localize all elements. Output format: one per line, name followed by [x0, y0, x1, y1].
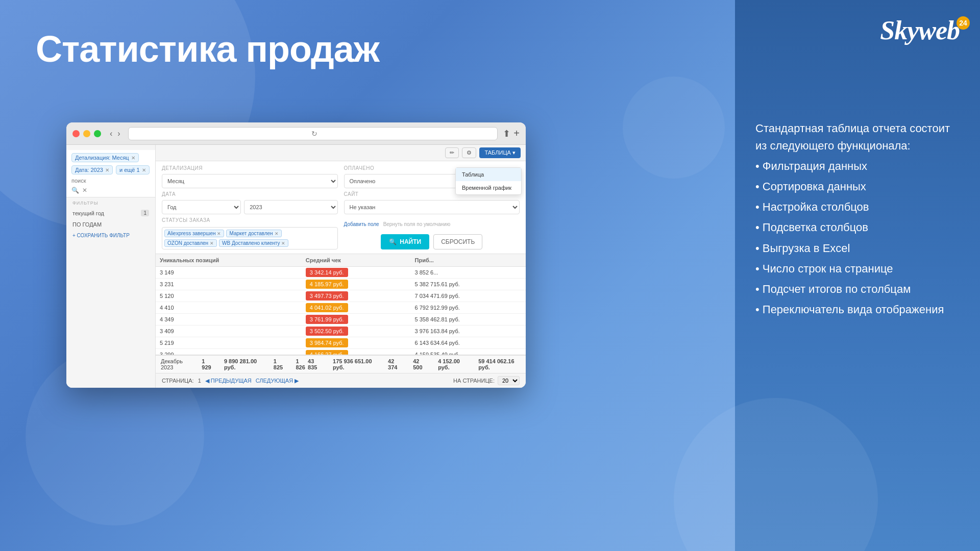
remove-filter-date[interactable]: ✕	[105, 167, 109, 173]
search-icon[interactable]: 🔍	[71, 187, 79, 194]
app-content: Детализация: Месяц ✕ Дата: 2023 ✕ и ещё …	[66, 145, 526, 388]
settings-button[interactable]: ⚙	[462, 147, 476, 158]
avg-check-value: 4 166.27 руб.	[306, 350, 348, 355]
tag-market-label: Маркет доставлен	[229, 231, 273, 236]
cell-profit: 6 792 912.99 руб.	[411, 302, 526, 314]
col-profit[interactable]: Приб...	[411, 254, 526, 267]
forward-button[interactable]: ›	[115, 128, 122, 139]
share-button[interactable]: ⬆	[503, 128, 510, 139]
date-row: Год 2023	[162, 200, 338, 214]
form-buttons: 🔍 НАЙТИ СБРОСИТЬ	[344, 234, 520, 249]
footer-total-avg: 4 152.00 руб.	[438, 358, 468, 370]
per-page-select[interactable]: 20	[498, 376, 520, 385]
avg-check-value: 3 984.74 руб.	[306, 338, 348, 347]
new-tab-button[interactable]: +	[513, 128, 520, 139]
traffic-lights	[72, 130, 101, 137]
tag-wb[interactable]: WB Доставлено клиенту ✕	[219, 239, 288, 247]
filter-chip-more[interactable]: и ещё 1 ✕	[116, 165, 150, 174]
avg-check-value: 4 041.02 руб.	[306, 303, 348, 312]
table-view-button[interactable]: ТАБЛИЦА ▾	[479, 147, 521, 158]
tag-market[interactable]: Маркет доставлен ✕	[226, 230, 281, 237]
logo-badge: 24	[957, 16, 970, 30]
filter-chip-detalization[interactable]: Детализация: Месяц ✕	[71, 153, 139, 162]
status-tags-container: Aliexpress завершен ✕ Маркет доставлен ✕…	[162, 227, 338, 249]
sidebar-item-current-year[interactable]: текущий год 1	[66, 207, 155, 219]
cell-avg-check: 3 761.99 руб.	[302, 314, 411, 325]
chart-option-label: Временной график	[462, 185, 511, 191]
search-button[interactable]: 🔍 НАЙТИ	[381, 234, 429, 249]
edit-button[interactable]: ✏	[445, 147, 459, 158]
remove-tag-aliexpress[interactable]: ✕	[217, 231, 221, 236]
remove-tag-market[interactable]: ✕	[275, 231, 279, 236]
save-filter-button[interactable]: + СОХРАНИТЬ ФИЛЬТР	[66, 230, 155, 241]
feature-2: • Сортировка данных	[755, 178, 960, 195]
cell-positions: 3 149	[156, 267, 302, 279]
table-row: 3 2994 166.27 руб.4 159 535.49 руб.	[156, 349, 526, 355]
tag-aliexpress[interactable]: Aliexpress завершен ✕	[164, 230, 224, 237]
gear-icon: ⚙	[467, 149, 472, 156]
data-table: Уникальных позиций Средний чек Приб... 3…	[156, 254, 526, 355]
main-area: ✏ ⚙ ТАБЛИЦА ▾ Таблица Временной график	[156, 145, 526, 388]
year-value-select[interactable]: 2023	[244, 200, 337, 214]
cell-avg-check: 4 185.97 руб.	[302, 279, 411, 290]
remove-tag-wb[interactable]: ✕	[281, 241, 285, 246]
cell-avg-check: 3 497.73 руб.	[302, 290, 411, 302]
feature-5: • Выгрузка в Excel	[755, 240, 960, 257]
dropdown-table-option[interactable]: Таблица	[456, 168, 521, 181]
avg-check-value: 4 185.97 руб.	[306, 280, 348, 289]
remove-filter-more[interactable]: ✕	[142, 167, 146, 173]
dropdown-chart-option[interactable]: Временной график	[456, 181, 521, 194]
maximize-button[interactable]	[94, 130, 101, 137]
cell-profit: 7 034 471.69 руб.	[411, 290, 526, 302]
cell-profit: 6 143 634.64 руб.	[411, 337, 526, 349]
table-row: 3 2314 185.97 руб.5 382 715.61 руб.	[156, 279, 526, 290]
table-row: 5 2193 984.74 руб.6 143 634.64 руб.	[156, 337, 526, 349]
search-btn-icon: 🔍	[389, 238, 397, 245]
table-row: 5 1203 497.73 руб.7 034 471.69 руб.	[156, 290, 526, 302]
cell-positions: 5 120	[156, 290, 302, 302]
cell-profit: 3 852 6...	[411, 267, 526, 279]
table-row: 3 4093 502.50 руб.3 976 163.84 руб.	[156, 325, 526, 337]
tag-aliexpress-label: Aliexpress завершен	[167, 231, 215, 236]
per-page-selector: НА СТРАНИЦЕ: 20	[453, 376, 520, 385]
feature-7: • Подсчет итогов по столбцам	[755, 281, 960, 298]
minimize-button[interactable]	[83, 130, 90, 137]
footer-total-v4: 42 500	[413, 358, 428, 370]
prev-page-button[interactable]: ◀ ПРЕДЫДУЩАЯ	[205, 378, 252, 384]
footer-total-v3: 42 374	[388, 358, 403, 370]
col-avg-check[interactable]: Средний чек	[302, 254, 411, 267]
table-row: 4 3493 761.99 руб.5 358 462.81 руб.	[156, 314, 526, 325]
per-page-label: НА СТРАНИЦЕ:	[453, 378, 495, 384]
toolbar: ✏ ⚙ ТАБЛИЦА ▾ Таблица Временной график	[156, 145, 526, 161]
reset-fields-link[interactable]: Вернуть поля по умолчанию	[383, 221, 451, 227]
view-dropdown-menu: Таблица Временной график	[455, 167, 522, 195]
sidebar-item-by-years[interactable]: ПО ГОДАМ	[66, 219, 155, 230]
cell-profit: 5 358 462.81 руб.	[411, 314, 526, 325]
close-button[interactable]	[72, 130, 80, 137]
add-field-link[interactable]: Добавить поле	[344, 221, 379, 227]
page-title: Статистика продаж	[36, 28, 379, 70]
remove-tag-ozon[interactable]: ✕	[210, 241, 214, 246]
pagination: СТРАНИЦА: 1 ◀ ПРЕДЫДУЩАЯ СЛЕДУЮЩАЯ ▶ НА …	[156, 373, 526, 388]
tag-ozon[interactable]: OZON доставлен ✕	[164, 239, 217, 247]
page-number: 1	[198, 378, 201, 384]
footer-total-positions: 43 835	[308, 358, 323, 370]
tag-ozon-label: OZON доставлен	[167, 240, 208, 246]
feature-8: • Переключатель вида отображения	[755, 301, 960, 318]
next-page-button[interactable]: СЛЕДУЮЩАЯ ▶	[256, 378, 299, 384]
avg-check-value: 3 502.50 руб.	[306, 327, 348, 336]
reset-button[interactable]: СБРОСИТЬ	[433, 234, 482, 249]
col-positions[interactable]: Уникальных позиций	[156, 254, 302, 267]
detalization-column: Детализация Месяц Дата Год 2023 Статусы …	[162, 165, 338, 249]
sidebar: Детализация: Месяц ✕ Дата: 2023 ✕ и ещё …	[66, 145, 156, 388]
year-type-select[interactable]: Год	[162, 200, 241, 214]
footer-val2: 9 890 281.00 руб.	[224, 358, 263, 370]
back-button[interactable]: ‹	[107, 128, 115, 139]
clear-search-icon[interactable]: ✕	[82, 187, 87, 194]
detalization-select[interactable]: Месяц	[162, 174, 338, 188]
filter-chip-date[interactable]: Дата: 2023 ✕	[71, 165, 113, 174]
feature-3: • Настройка столбцов	[755, 198, 960, 216]
search-input[interactable]	[71, 178, 150, 184]
remove-filter-detalization[interactable]: ✕	[131, 155, 135, 161]
site-select[interactable]: Не указан	[344, 200, 520, 214]
